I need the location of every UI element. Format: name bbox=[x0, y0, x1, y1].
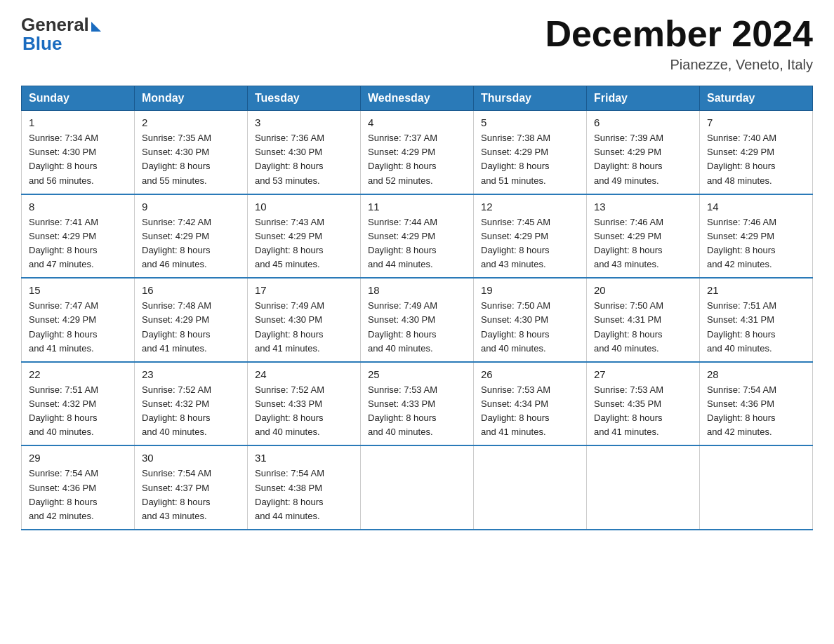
day-info: Sunrise: 7:47 AM Sunset: 4:29 PM Dayligh… bbox=[29, 299, 127, 356]
day-cell: 25 Sunrise: 7:53 AM Sunset: 4:33 PM Dayl… bbox=[361, 362, 474, 446]
logo: General Blue bbox=[21, 14, 101, 55]
header-friday: Friday bbox=[587, 86, 700, 111]
day-info: Sunrise: 7:51 AM Sunset: 4:31 PM Dayligh… bbox=[707, 299, 805, 356]
day-cell: 29 Sunrise: 7:54 AM Sunset: 4:36 PM Dayl… bbox=[22, 445, 135, 530]
header-monday: Monday bbox=[135, 86, 248, 111]
day-number: 14 bbox=[707, 201, 805, 213]
day-cell: 12 Sunrise: 7:45 AM Sunset: 4:29 PM Dayl… bbox=[474, 194, 587, 279]
day-number: 4 bbox=[368, 116, 466, 128]
day-info: Sunrise: 7:37 AM Sunset: 4:29 PM Dayligh… bbox=[368, 131, 466, 188]
calendar-table: SundayMondayTuesdayWednesdayThursdayFrid… bbox=[21, 86, 813, 530]
day-info: Sunrise: 7:44 AM Sunset: 4:29 PM Dayligh… bbox=[368, 215, 466, 272]
day-info: Sunrise: 7:48 AM Sunset: 4:29 PM Dayligh… bbox=[142, 299, 240, 356]
day-number: 7 bbox=[707, 116, 805, 128]
day-info: Sunrise: 7:54 AM Sunset: 4:36 PM Dayligh… bbox=[29, 467, 127, 523]
day-number: 5 bbox=[481, 116, 579, 128]
day-info: Sunrise: 7:40 AM Sunset: 4:29 PM Dayligh… bbox=[707, 131, 805, 188]
day-number: 19 bbox=[481, 284, 579, 296]
day-cell: 8 Sunrise: 7:41 AM Sunset: 4:29 PM Dayli… bbox=[22, 194, 135, 279]
day-info: Sunrise: 7:50 AM Sunset: 4:31 PM Dayligh… bbox=[594, 299, 692, 356]
day-number: 15 bbox=[29, 284, 127, 296]
day-info: Sunrise: 7:53 AM Sunset: 4:35 PM Dayligh… bbox=[594, 383, 692, 440]
day-number: 8 bbox=[29, 201, 127, 213]
day-number: 21 bbox=[707, 284, 805, 296]
day-number: 1 bbox=[29, 116, 127, 128]
month-title: December 2024 bbox=[545, 14, 813, 54]
day-number: 12 bbox=[481, 201, 579, 213]
day-cell: 30 Sunrise: 7:54 AM Sunset: 4:37 PM Dayl… bbox=[135, 445, 248, 530]
header-tuesday: Tuesday bbox=[248, 86, 361, 111]
day-cell: 6 Sunrise: 7:39 AM Sunset: 4:29 PM Dayli… bbox=[587, 111, 700, 194]
day-number: 23 bbox=[142, 368, 240, 380]
week-row-5: 29 Sunrise: 7:54 AM Sunset: 4:36 PM Dayl… bbox=[22, 445, 813, 530]
day-number: 18 bbox=[368, 284, 466, 296]
day-cell: 20 Sunrise: 7:50 AM Sunset: 4:31 PM Dayl… bbox=[587, 278, 700, 362]
day-number: 25 bbox=[368, 368, 466, 380]
day-info: Sunrise: 7:52 AM Sunset: 4:32 PM Dayligh… bbox=[142, 383, 240, 440]
day-info: Sunrise: 7:52 AM Sunset: 4:33 PM Dayligh… bbox=[255, 383, 353, 440]
day-cell: 7 Sunrise: 7:40 AM Sunset: 4:29 PM Dayli… bbox=[700, 111, 813, 194]
day-info: Sunrise: 7:41 AM Sunset: 4:29 PM Dayligh… bbox=[29, 215, 127, 272]
day-info: Sunrise: 7:54 AM Sunset: 4:37 PM Dayligh… bbox=[142, 467, 240, 523]
day-info: Sunrise: 7:54 AM Sunset: 4:36 PM Dayligh… bbox=[707, 383, 805, 440]
day-number: 26 bbox=[481, 368, 579, 380]
day-number: 31 bbox=[255, 452, 353, 464]
page-header: General Blue December 2024 Pianezze, Ven… bbox=[21, 14, 813, 73]
day-info: Sunrise: 7:42 AM Sunset: 4:29 PM Dayligh… bbox=[142, 215, 240, 272]
day-number: 28 bbox=[707, 368, 805, 380]
day-info: Sunrise: 7:35 AM Sunset: 4:30 PM Dayligh… bbox=[142, 131, 240, 188]
day-info: Sunrise: 7:34 AM Sunset: 4:30 PM Dayligh… bbox=[29, 131, 127, 188]
day-info: Sunrise: 7:46 AM Sunset: 4:29 PM Dayligh… bbox=[594, 215, 692, 272]
calendar-body: 1 Sunrise: 7:34 AM Sunset: 4:30 PM Dayli… bbox=[22, 111, 813, 530]
logo-triangle-icon bbox=[91, 22, 101, 32]
day-number: 30 bbox=[142, 452, 240, 464]
day-info: Sunrise: 7:53 AM Sunset: 4:34 PM Dayligh… bbox=[481, 383, 579, 440]
day-info: Sunrise: 7:46 AM Sunset: 4:29 PM Dayligh… bbox=[707, 215, 805, 272]
day-info: Sunrise: 7:38 AM Sunset: 4:29 PM Dayligh… bbox=[481, 131, 579, 188]
day-info: Sunrise: 7:39 AM Sunset: 4:29 PM Dayligh… bbox=[594, 131, 692, 188]
day-info: Sunrise: 7:45 AM Sunset: 4:29 PM Dayligh… bbox=[481, 215, 579, 272]
day-number: 9 bbox=[142, 201, 240, 213]
day-cell: 17 Sunrise: 7:49 AM Sunset: 4:30 PM Dayl… bbox=[248, 278, 361, 362]
day-number: 2 bbox=[142, 116, 240, 128]
day-cell: 4 Sunrise: 7:37 AM Sunset: 4:29 PM Dayli… bbox=[361, 111, 474, 194]
day-cell: 1 Sunrise: 7:34 AM Sunset: 4:30 PM Dayli… bbox=[22, 111, 135, 194]
day-cell: 24 Sunrise: 7:52 AM Sunset: 4:33 PM Dayl… bbox=[248, 362, 361, 446]
day-cell: 10 Sunrise: 7:43 AM Sunset: 4:29 PM Dayl… bbox=[248, 194, 361, 279]
day-cell: 3 Sunrise: 7:36 AM Sunset: 4:30 PM Dayli… bbox=[248, 111, 361, 194]
header-thursday: Thursday bbox=[474, 86, 587, 111]
day-number: 3 bbox=[255, 116, 353, 128]
title-section: December 2024 Pianezze, Veneto, Italy bbox=[545, 14, 813, 73]
day-cell: 31 Sunrise: 7:54 AM Sunset: 4:38 PM Dayl… bbox=[248, 445, 361, 530]
day-cell: 22 Sunrise: 7:51 AM Sunset: 4:32 PM Dayl… bbox=[22, 362, 135, 446]
calendar-header: SundayMondayTuesdayWednesdayThursdayFrid… bbox=[22, 86, 813, 111]
day-number: 11 bbox=[368, 201, 466, 213]
day-cell bbox=[474, 445, 587, 530]
day-number: 17 bbox=[255, 284, 353, 296]
day-info: Sunrise: 7:53 AM Sunset: 4:33 PM Dayligh… bbox=[368, 383, 466, 440]
day-number: 20 bbox=[594, 284, 692, 296]
header-wednesday: Wednesday bbox=[361, 86, 474, 111]
day-number: 27 bbox=[594, 368, 692, 380]
day-cell: 26 Sunrise: 7:53 AM Sunset: 4:34 PM Dayl… bbox=[474, 362, 587, 446]
logo-blue-text: Blue bbox=[22, 33, 62, 55]
day-cell: 28 Sunrise: 7:54 AM Sunset: 4:36 PM Dayl… bbox=[700, 362, 813, 446]
day-number: 6 bbox=[594, 116, 692, 128]
day-cell bbox=[587, 445, 700, 530]
day-cell: 21 Sunrise: 7:51 AM Sunset: 4:31 PM Dayl… bbox=[700, 278, 813, 362]
day-cell: 18 Sunrise: 7:49 AM Sunset: 4:30 PM Dayl… bbox=[361, 278, 474, 362]
location-text: Pianezze, Veneto, Italy bbox=[545, 57, 813, 73]
day-cell: 2 Sunrise: 7:35 AM Sunset: 4:30 PM Dayli… bbox=[135, 111, 248, 194]
day-cell: 11 Sunrise: 7:44 AM Sunset: 4:29 PM Dayl… bbox=[361, 194, 474, 279]
day-number: 16 bbox=[142, 284, 240, 296]
day-info: Sunrise: 7:50 AM Sunset: 4:30 PM Dayligh… bbox=[481, 299, 579, 356]
day-info: Sunrise: 7:54 AM Sunset: 4:38 PM Dayligh… bbox=[255, 467, 353, 523]
day-cell: 23 Sunrise: 7:52 AM Sunset: 4:32 PM Dayl… bbox=[135, 362, 248, 446]
day-info: Sunrise: 7:51 AM Sunset: 4:32 PM Dayligh… bbox=[29, 383, 127, 440]
day-info: Sunrise: 7:43 AM Sunset: 4:29 PM Dayligh… bbox=[255, 215, 353, 272]
day-number: 22 bbox=[29, 368, 127, 380]
day-cell: 19 Sunrise: 7:50 AM Sunset: 4:30 PM Dayl… bbox=[474, 278, 587, 362]
day-cell: 5 Sunrise: 7:38 AM Sunset: 4:29 PM Dayli… bbox=[474, 111, 587, 194]
day-cell: 13 Sunrise: 7:46 AM Sunset: 4:29 PM Dayl… bbox=[587, 194, 700, 279]
day-number: 13 bbox=[594, 201, 692, 213]
